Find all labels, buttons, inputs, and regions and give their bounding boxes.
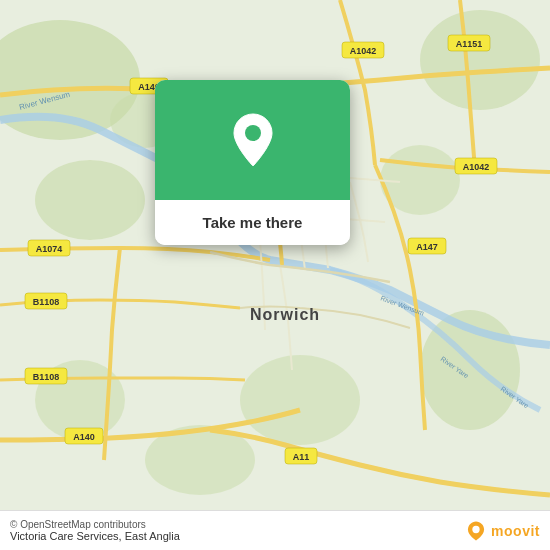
location-info: Victoria Care Services, East Anglia [10,530,180,542]
svg-point-37 [245,125,261,141]
take-me-there-button[interactable]: Take me there [155,200,350,245]
svg-point-38 [472,525,479,532]
svg-text:A11: A11 [293,452,310,462]
moovit-brand-text: moovit [491,523,540,539]
svg-text:A1074: A1074 [36,244,63,254]
bottom-bar: © OpenStreetMap contributors Victoria Ca… [0,510,550,550]
moovit-logo: moovit [465,520,540,542]
svg-point-2 [35,160,145,240]
svg-text:A1151: A1151 [456,39,483,49]
svg-text:Norwich: Norwich [250,306,320,323]
svg-text:A1042: A1042 [350,46,377,56]
map-svg: A140 A1402 A1042 A1151 A1042 A1074 A147 … [0,0,550,510]
map-container: A140 A1402 A1042 A1151 A1042 A1074 A147 … [0,0,550,510]
location-pin-icon [230,112,276,168]
popup-header [155,80,350,200]
moovit-pin-icon [465,520,487,542]
svg-text:A140: A140 [73,432,95,442]
popup-card: Take me there [155,80,350,245]
svg-text:A1042: A1042 [463,162,490,172]
svg-text:B1108: B1108 [33,372,60,382]
svg-text:A147: A147 [416,242,438,252]
svg-point-3 [420,10,540,110]
svg-text:B1108: B1108 [33,297,60,307]
attribution-text: © OpenStreetMap contributors [10,519,180,530]
svg-point-5 [240,355,360,445]
